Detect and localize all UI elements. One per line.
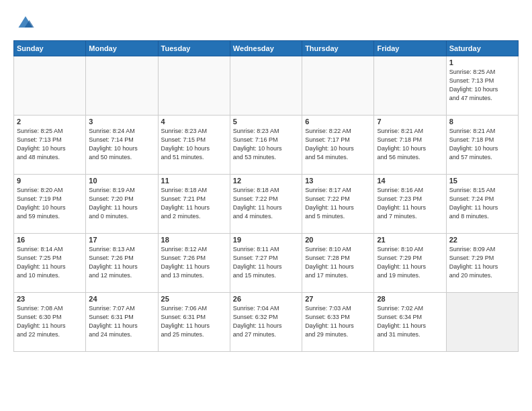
- calendar-cell: 10Sunrise: 8:19 AM Sunset: 7:20 PM Dayli…: [86, 175, 158, 234]
- calendar-cell: 14Sunrise: 8:16 AM Sunset: 7:23 PM Dayli…: [374, 175, 446, 234]
- calendar-cell: [302, 56, 374, 116]
- calendar-cell: 12Sunrise: 8:18 AM Sunset: 7:22 PM Dayli…: [230, 175, 302, 234]
- calendar-cell: 19Sunrise: 8:11 AM Sunset: 7:27 PM Dayli…: [230, 234, 302, 293]
- day-info: Sunrise: 8:09 AM Sunset: 7:29 PM Dayligh…: [449, 245, 515, 280]
- day-info: Sunrise: 8:13 AM Sunset: 7:26 PM Dayligh…: [89, 245, 154, 280]
- week-row-2: 2Sunrise: 8:25 AM Sunset: 7:13 PM Daylig…: [14, 116, 519, 175]
- calendar-container: SundayMondayTuesdayWednesdayThursdayFrid…: [13, 40, 519, 352]
- col-header-friday: Friday: [374, 41, 446, 56]
- calendar-cell: 15Sunrise: 8:15 AM Sunset: 7:24 PM Dayli…: [446, 175, 518, 234]
- day-info: Sunrise: 7:06 AM Sunset: 6:31 PM Dayligh…: [161, 304, 227, 339]
- day-info: Sunrise: 8:19 AM Sunset: 7:20 PM Dayligh…: [89, 186, 154, 221]
- col-header-sunday: Sunday: [14, 41, 86, 56]
- calendar-cell: [230, 56, 302, 116]
- day-info: Sunrise: 8:11 AM Sunset: 7:27 PM Dayligh…: [233, 245, 299, 280]
- day-number: 2: [17, 118, 83, 126]
- day-number: 10: [89, 177, 154, 185]
- calendar-cell: [14, 56, 86, 116]
- day-info: Sunrise: 8:14 AM Sunset: 7:25 PM Dayligh…: [17, 245, 83, 280]
- day-info: Sunrise: 8:21 AM Sunset: 7:18 PM Dayligh…: [449, 127, 515, 162]
- calendar-cell: 1Sunrise: 8:25 AM Sunset: 7:13 PM Daylig…: [446, 56, 518, 116]
- calendar-cell: 5Sunrise: 8:23 AM Sunset: 7:16 PM Daylig…: [230, 116, 302, 175]
- day-number: 26: [233, 295, 299, 303]
- day-info: Sunrise: 8:18 AM Sunset: 7:21 PM Dayligh…: [161, 186, 227, 221]
- calendar-cell: 3Sunrise: 8:24 AM Sunset: 7:14 PM Daylig…: [86, 116, 158, 175]
- day-info: Sunrise: 8:25 AM Sunset: 7:13 PM Dayligh…: [449, 68, 515, 103]
- day-info: Sunrise: 8:22 AM Sunset: 7:17 PM Dayligh…: [305, 127, 371, 162]
- calendar-cell: 25Sunrise: 7:06 AM Sunset: 6:31 PM Dayli…: [158, 293, 230, 352]
- calendar-cell: 27Sunrise: 7:03 AM Sunset: 6:33 PM Dayli…: [302, 293, 374, 352]
- day-number: 14: [377, 177, 443, 185]
- day-number: 21: [377, 236, 443, 244]
- calendar-cell: [86, 56, 158, 116]
- calendar-cell: 20Sunrise: 8:10 AM Sunset: 7:28 PM Dayli…: [302, 234, 374, 293]
- day-number: 11: [161, 177, 227, 185]
- col-header-wednesday: Wednesday: [230, 41, 302, 56]
- day-number: 8: [449, 118, 515, 126]
- day-number: 4: [161, 118, 227, 126]
- day-number: 1: [449, 58, 515, 66]
- day-number: 7: [377, 118, 443, 126]
- day-number: 17: [89, 236, 154, 244]
- calendar-cell: 9Sunrise: 8:20 AM Sunset: 7:19 PM Daylig…: [14, 175, 86, 234]
- col-header-monday: Monday: [86, 41, 158, 56]
- col-header-saturday: Saturday: [446, 41, 518, 56]
- calendar-cell: 24Sunrise: 7:07 AM Sunset: 6:31 PM Dayli…: [86, 293, 158, 352]
- day-number: 25: [161, 295, 227, 303]
- calendar-cell: 7Sunrise: 8:21 AM Sunset: 7:18 PM Daylig…: [374, 116, 446, 175]
- logo-icon: [16, 12, 35, 31]
- day-number: 27: [305, 295, 371, 303]
- day-info: Sunrise: 7:08 AM Sunset: 6:30 PM Dayligh…: [17, 304, 83, 339]
- day-number: 15: [449, 177, 515, 185]
- calendar-cell: 13Sunrise: 8:17 AM Sunset: 7:22 PM Dayli…: [302, 175, 374, 234]
- day-number: 9: [17, 177, 83, 185]
- day-number: 19: [233, 236, 299, 244]
- day-headers-row: SundayMondayTuesdayWednesdayThursdayFrid…: [14, 41, 519, 56]
- day-info: Sunrise: 7:04 AM Sunset: 6:32 PM Dayligh…: [233, 304, 299, 339]
- calendar-cell: 8Sunrise: 8:21 AM Sunset: 7:18 PM Daylig…: [446, 116, 518, 175]
- calendar-cell: 23Sunrise: 7:08 AM Sunset: 6:30 PM Dayli…: [14, 293, 86, 352]
- day-number: 3: [89, 118, 154, 126]
- day-number: 22: [449, 236, 515, 244]
- day-number: 24: [89, 295, 154, 303]
- col-header-thursday: Thursday: [302, 41, 374, 56]
- calendar-cell: 26Sunrise: 7:04 AM Sunset: 6:32 PM Dayli…: [230, 293, 302, 352]
- day-info: Sunrise: 7:03 AM Sunset: 6:33 PM Dayligh…: [305, 304, 371, 339]
- calendar-cell: 18Sunrise: 8:12 AM Sunset: 7:26 PM Dayli…: [158, 234, 230, 293]
- day-info: Sunrise: 8:23 AM Sunset: 7:16 PM Dayligh…: [233, 127, 299, 162]
- week-row-4: 16Sunrise: 8:14 AM Sunset: 7:25 PM Dayli…: [14, 234, 519, 293]
- calendar-cell: [374, 56, 446, 116]
- calendar-cell: 16Sunrise: 8:14 AM Sunset: 7:25 PM Dayli…: [14, 234, 86, 293]
- day-number: 12: [233, 177, 299, 185]
- day-number: 28: [377, 295, 443, 303]
- calendar-cell: 4Sunrise: 8:23 AM Sunset: 7:15 PM Daylig…: [158, 116, 230, 175]
- day-number: 23: [17, 295, 83, 303]
- day-info: Sunrise: 8:23 AM Sunset: 7:15 PM Dayligh…: [161, 127, 227, 162]
- day-info: Sunrise: 8:21 AM Sunset: 7:18 PM Dayligh…: [377, 127, 443, 162]
- calendar-cell: 2Sunrise: 8:25 AM Sunset: 7:13 PM Daylig…: [14, 116, 86, 175]
- week-row-1: 1Sunrise: 8:25 AM Sunset: 7:13 PM Daylig…: [14, 56, 519, 116]
- day-number: 13: [305, 177, 371, 185]
- calendar-cell: 17Sunrise: 8:13 AM Sunset: 7:26 PM Dayli…: [86, 234, 158, 293]
- day-info: Sunrise: 7:07 AM Sunset: 6:31 PM Dayligh…: [89, 304, 154, 339]
- calendar-table: SundayMondayTuesdayWednesdayThursdayFrid…: [13, 40, 519, 352]
- day-info: Sunrise: 8:25 AM Sunset: 7:13 PM Dayligh…: [17, 127, 83, 162]
- day-number: 18: [161, 236, 227, 244]
- calendar-cell: 6Sunrise: 8:22 AM Sunset: 7:17 PM Daylig…: [302, 116, 374, 175]
- week-row-3: 9Sunrise: 8:20 AM Sunset: 7:19 PM Daylig…: [14, 175, 519, 234]
- day-info: Sunrise: 8:10 AM Sunset: 7:29 PM Dayligh…: [377, 245, 443, 280]
- day-info: Sunrise: 8:12 AM Sunset: 7:26 PM Dayligh…: [161, 245, 227, 280]
- calendar-cell: [446, 293, 518, 352]
- day-info: Sunrise: 8:18 AM Sunset: 7:22 PM Dayligh…: [233, 186, 299, 221]
- calendar-cell: 28Sunrise: 7:02 AM Sunset: 6:34 PM Dayli…: [374, 293, 446, 352]
- page-header: [13, 12, 519, 34]
- day-info: Sunrise: 8:15 AM Sunset: 7:24 PM Dayligh…: [449, 186, 515, 221]
- calendar-cell: 22Sunrise: 8:09 AM Sunset: 7:29 PM Dayli…: [446, 234, 518, 293]
- day-info: Sunrise: 8:10 AM Sunset: 7:28 PM Dayligh…: [305, 245, 371, 280]
- calendar-cell: 11Sunrise: 8:18 AM Sunset: 7:21 PM Dayli…: [158, 175, 230, 234]
- col-header-tuesday: Tuesday: [158, 41, 230, 56]
- day-number: 5: [233, 118, 299, 126]
- day-info: Sunrise: 8:17 AM Sunset: 7:22 PM Dayligh…: [305, 186, 371, 221]
- day-info: Sunrise: 7:02 AM Sunset: 6:34 PM Dayligh…: [377, 304, 443, 339]
- day-info: Sunrise: 8:16 AM Sunset: 7:23 PM Dayligh…: [377, 186, 443, 221]
